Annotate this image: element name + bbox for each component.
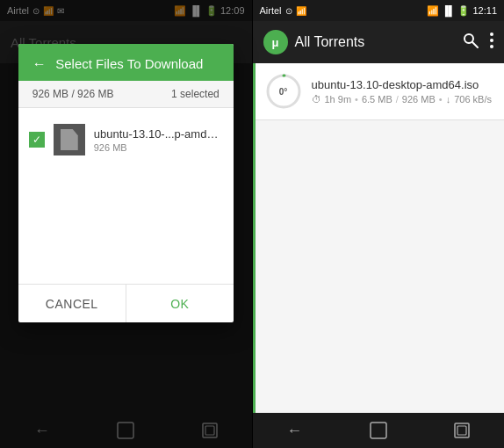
svg-point-5 bbox=[490, 33, 493, 36]
torrent-eta: 1h 9m bbox=[325, 94, 352, 105]
torrent-list: 0° ubuntu-13.10-desktop-amd64.iso ⏱ 1h 9… bbox=[256, 63, 505, 413]
selected-count: 1 selected bbox=[171, 88, 220, 100]
separator-3: • bbox=[439, 94, 443, 105]
app-bar-actions bbox=[462, 32, 493, 54]
separator-1: • bbox=[355, 94, 358, 105]
file-type-icon bbox=[54, 124, 85, 155]
torrent-meta: ⏱ 1h 9m • 6.5 MB / 926 MB • ↓ 706 kB/s bbox=[312, 94, 496, 105]
svg-point-6 bbox=[490, 39, 493, 42]
progress-label: 0° bbox=[279, 87, 288, 97]
right-home-button[interactable] bbox=[361, 413, 396, 448]
file-name: ubuntu-13.10-...p-amd64.iso bbox=[94, 127, 223, 141]
torrent-total: 926 MB bbox=[402, 94, 436, 105]
right-signal-icon: 📶 bbox=[296, 6, 306, 16]
dialog-actions: Cancel OK bbox=[18, 284, 234, 322]
right-nav-bar: ← bbox=[253, 413, 505, 448]
separator-2: / bbox=[396, 94, 399, 105]
right-panel: Airtel ⊙ 📶 📶 ▐▌ 🔋 12:11 μ All Torrents bbox=[253, 0, 505, 448]
right-app-title: All Torrents bbox=[295, 34, 456, 50]
torrent-list-item[interactable]: 0° ubuntu-13.10-desktop-amd64.iso ⏱ 1h 9… bbox=[256, 63, 505, 120]
cancel-button[interactable]: Cancel bbox=[18, 285, 126, 322]
progress-circle: 0° bbox=[264, 72, 303, 111]
utorrent-logo-text: μ bbox=[272, 36, 279, 49]
right-status-left: Airtel ⊙ 📶 bbox=[260, 5, 306, 16]
right-carrier-name: Airtel bbox=[260, 5, 282, 16]
search-button[interactable] bbox=[462, 32, 479, 54]
right-bars: ▐▌ bbox=[442, 5, 456, 16]
eta-icon: ⏱ bbox=[312, 94, 321, 105]
right-network-icon: ⊙ bbox=[285, 6, 292, 16]
torrent-list-container: 0° ubuntu-13.10-desktop-amd64.iso ⏱ 1h 9… bbox=[253, 63, 505, 413]
file-checkbox[interactable] bbox=[29, 132, 45, 148]
dialog-title: Select Files To Download bbox=[55, 56, 203, 71]
right-time: 12:11 bbox=[472, 5, 497, 16]
left-panel: Airtel ⊙ 📶 ✉ 📶 ▐▌ 🔋 12:09 All Torrents ←… bbox=[0, 0, 252, 448]
svg-line-4 bbox=[472, 42, 478, 47]
dialog-header: ← Select Files To Download bbox=[18, 44, 234, 81]
torrent-downloaded: 6.5 MB bbox=[362, 94, 392, 105]
right-home-icon bbox=[370, 422, 387, 439]
torrent-speed: 706 kB/s bbox=[454, 94, 492, 105]
back-arrow-icon[interactable]: ← bbox=[32, 56, 47, 71]
file-list: ubuntu-13.10-...p-amd64.iso 926 MB bbox=[18, 108, 234, 284]
svg-point-7 bbox=[490, 45, 493, 48]
right-back-button[interactable]: ← bbox=[277, 413, 312, 448]
right-status-bar: Airtel ⊙ 📶 📶 ▐▌ 🔋 12:11 bbox=[253, 0, 505, 21]
right-app-bar: μ All Torrents bbox=[253, 21, 505, 63]
file-list-item[interactable]: ubuntu-13.10-...p-amd64.iso 926 MB bbox=[18, 115, 234, 164]
svg-rect-12 bbox=[457, 426, 466, 435]
ok-button[interactable]: OK bbox=[126, 285, 234, 322]
file-details: ubuntu-13.10-...p-amd64.iso 926 MB bbox=[94, 127, 223, 153]
file-size: 926 MB bbox=[94, 142, 223, 153]
dialog-overlay: ← Select Files To Download 926 MB / 926 … bbox=[0, 0, 252, 448]
file-select-dialog: ← Select Files To Download 926 MB / 926 … bbox=[18, 44, 234, 322]
size-info: 926 MB / 926 MB bbox=[32, 88, 114, 100]
file-icon-shape bbox=[61, 129, 78, 150]
right-back-icon: ← bbox=[286, 422, 302, 440]
torrent-details: ubuntu-13.10-desktop-amd64.iso ⏱ 1h 9m •… bbox=[312, 78, 496, 105]
right-battery: 🔋 bbox=[457, 5, 470, 17]
more-icon bbox=[490, 32, 493, 49]
search-icon bbox=[462, 32, 479, 49]
more-options-button[interactable] bbox=[490, 32, 493, 54]
right-recent-icon bbox=[454, 423, 470, 438]
right-recent-button[interactable] bbox=[444, 413, 479, 448]
dialog-info-row: 926 MB / 926 MB 1 selected bbox=[18, 81, 234, 108]
svg-rect-10 bbox=[371, 423, 386, 438]
torrent-name: ubuntu-13.10-desktop-amd64.iso bbox=[312, 78, 496, 91]
right-status-right: 📶 ▐▌ 🔋 12:11 bbox=[427, 5, 497, 17]
speed-down-icon: ↓ bbox=[446, 94, 451, 105]
right-wifi-icon: 📶 bbox=[427, 5, 439, 17]
utorrent-logo: μ bbox=[263, 30, 288, 54]
